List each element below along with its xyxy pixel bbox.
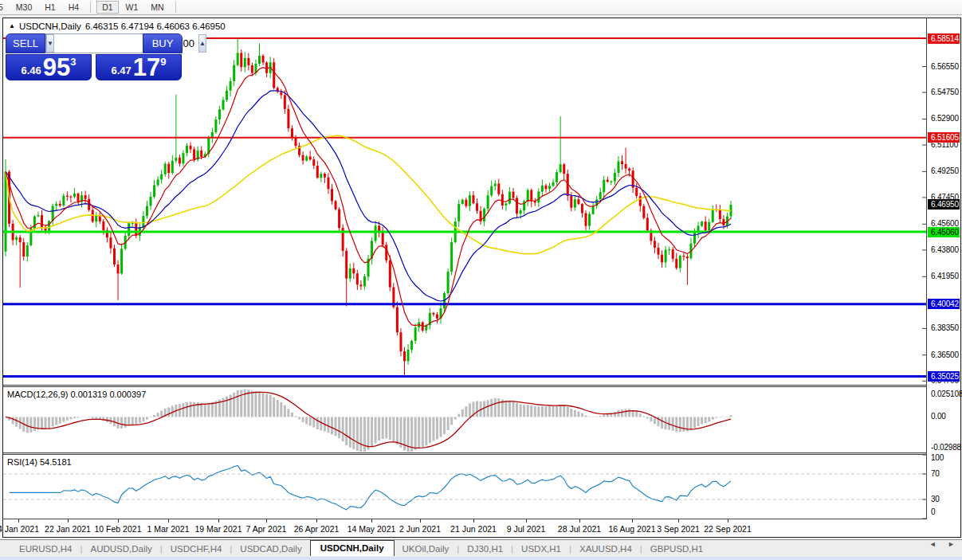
timeframe-button-mn[interactable]: MN	[145, 1, 169, 14]
price-axis[interactable]: 6.565506.547506.529006.511006.492506.474…	[927, 18, 960, 519]
date-tick	[728, 519, 728, 523]
macd-scale-min: -0.029881	[931, 443, 962, 452]
sell-quote-box[interactable]: 6.46 95 3	[6, 54, 92, 80]
timeframe-toolbar: 5M30H1H4D1W1MN	[0, 0, 962, 15]
volume-stepper: ▼ ▲	[45, 33, 143, 53]
collapse-triangle-icon[interactable]: ▲	[9, 22, 15, 29]
macd-indicator-label: MACD(12,26,9) 0.001319 0.000397	[7, 390, 146, 399]
date-tick	[168, 519, 169, 523]
rsi-indicator-label: RSI(14) 54.5181	[7, 457, 72, 467]
chart-tab-audusd[interactable]: AUDUSD,Daily	[82, 542, 159, 555]
timeframe-button-w1[interactable]: W1	[120, 1, 144, 14]
date-tick	[68, 519, 69, 523]
date-tick-label: 26 Apr 2021	[294, 524, 340, 534]
price-level-badge: 6.58514	[928, 33, 960, 44]
chart-title: ▲ USDCNH,Daily 6.46315 6.47194 6.46063 6…	[9, 22, 226, 31]
volume-decrease-button[interactable]: ▼	[46, 34, 54, 53]
price-level-badge: 6.51605	[928, 132, 960, 143]
timeframe-button-d1[interactable]: D1	[96, 1, 118, 14]
one-click-trading-panel: SELL ▼ ▲ BUY 6.46 95 3 6.47 17 9	[6, 33, 183, 81]
chart-window: ▲ USDCNH,Daily 6.46315 6.47194 6.46063 6…	[2, 18, 961, 538]
sell-price-pip: 3	[70, 56, 76, 68]
chart-tab-usdcad[interactable]: USDCAD,Daily	[232, 542, 309, 555]
timeframe-button-h4[interactable]: H4	[63, 1, 84, 14]
price-tick-label: 6.38350	[931, 323, 959, 332]
date-tick-label: 1 Mar 2021	[147, 524, 189, 534]
bottom-edge-strip	[0, 557, 962, 560]
toolbar-separator	[90, 2, 91, 13]
date-tick-label: 22 Jan 2021	[45, 524, 91, 534]
date-tick-label: 28 Jul 2021	[558, 524, 601, 534]
buy-price-big: 17	[133, 57, 160, 78]
price-tick-label: 6.36500	[931, 350, 959, 359]
price-tick-label: 6.43800	[931, 245, 959, 254]
date-tick	[371, 519, 372, 523]
date-tick	[678, 519, 679, 523]
date-tick-label: 14 May 2021	[347, 524, 396, 534]
sell-price-prefix: 6.46	[21, 65, 41, 76]
chart-tab-ukoil[interactable]: UKOil,Daily	[395, 542, 457, 555]
timeframe-button-m30[interactable]: M30	[10, 1, 37, 14]
price-level-badge: 6.46950	[928, 199, 960, 210]
date-tick-label: 2 Jun 2021	[399, 524, 441, 534]
date-tick-label: 3 Sep 2021	[657, 524, 700, 534]
date-tick-label: 16 Aug 2021	[609, 524, 656, 534]
date-tick	[632, 519, 633, 523]
buy-price-prefix: 6.47	[111, 65, 131, 76]
date-tick	[420, 519, 421, 523]
buy-price-pip: 9	[160, 56, 166, 68]
macd-scale-zero: 0.00	[931, 412, 946, 421]
chart-tab-usdcnh[interactable]: USDCNH,Daily	[310, 540, 395, 556]
sell-button[interactable]: SELL	[6, 33, 45, 53]
buy-button[interactable]: BUY	[143, 33, 183, 53]
price-chart-plot[interactable]	[3, 18, 927, 519]
price-level-badge: 6.40042	[928, 299, 960, 309]
rsi-scale-label: 100	[931, 453, 944, 462]
chart-ohlc-values: 6.46315 6.47194 6.46063 6.46950	[85, 22, 226, 31]
price-tick-label: 6.56550	[931, 62, 959, 71]
timeframe-button-5[interactable]: 5	[0, 1, 9, 14]
chart-tab-bar: EURUSD,H4|AUDUSD,Daily|USDCHF,H4|USDCAD,…	[0, 539, 962, 557]
date-tick	[316, 519, 317, 523]
chart-symbol-period: USDCNH,Daily	[19, 22, 81, 31]
date-tick-label: 4 Jan 2021	[0, 524, 39, 534]
price-level-badge: 6.35025	[928, 371, 960, 382]
date-tick	[526, 519, 527, 523]
date-tick	[18, 519, 19, 523]
macd-scale-max: 0.025108	[931, 390, 962, 398]
price-tick-label: 6.54750	[931, 88, 959, 96]
price-level-badge: 6.45060	[928, 227, 960, 237]
price-tick-label: 6.52900	[931, 114, 959, 123]
rsi-scale-label: 70	[931, 469, 940, 478]
volume-increase-button[interactable]: ▲	[198, 34, 206, 53]
chart-tab-gbpusd[interactable]: GBPUSD,H1	[642, 542, 711, 555]
buy-quote-box[interactable]: 6.47 17 9	[96, 54, 182, 80]
date-tick	[579, 519, 580, 523]
timeframe-button-h1[interactable]: H1	[39, 1, 61, 14]
date-tick-label: 21 Jun 2021	[450, 524, 497, 534]
chart-tab-eurusd[interactable]: EURUSD,H4	[11, 542, 80, 555]
date-axis[interactable]: 4 Jan 202122 Jan 202110 Feb 20211 Mar 20…	[3, 519, 927, 537]
date-tick-label: 10 Feb 2021	[95, 524, 142, 534]
date-tick-label: 7 Apr 2021	[246, 524, 287, 534]
date-tick-label: 19 Mar 2021	[195, 524, 242, 534]
chart-tab-xauusd[interactable]: XAUUSD,H4	[571, 542, 640, 555]
chart-tab-usdchf[interactable]: USDCHF,H4	[163, 542, 230, 555]
chart-tab-dj30[interactable]: DJ30,H1	[459, 542, 511, 555]
date-tick	[218, 519, 219, 523]
price-tick-label: 6.41950	[931, 272, 959, 280]
date-tick	[473, 519, 474, 523]
price-tick-label: 6.49250	[931, 166, 959, 175]
rsi-scale-label: 0	[931, 507, 935, 516]
date-tick-label: 22 Sep 2021	[704, 524, 752, 534]
date-tick	[118, 519, 119, 523]
date-tick-label: 9 Jul 2021	[507, 524, 545, 534]
date-tick	[266, 519, 267, 523]
sell-price-big: 95	[43, 57, 70, 78]
rsi-scale-label: 30	[931, 495, 940, 503]
chart-tab-usdx[interactable]: USDX,H1	[513, 542, 569, 555]
toolbar-separator	[175, 2, 176, 13]
tab-scroll-arrows[interactable]: ◄ ►	[929, 540, 960, 548]
